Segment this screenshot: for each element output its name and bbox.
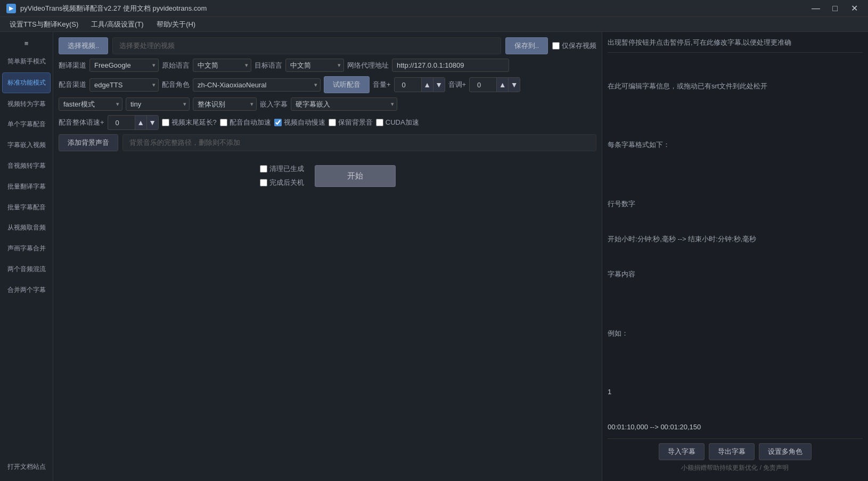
shutdown-checkbox[interactable] [260, 179, 267, 186]
sidebar-item-standard-mode[interactable]: 标准功能模式 [2, 72, 51, 93]
sidebar-menu-icon[interactable]: ≡ [0, 36, 53, 51]
auto-slow-label: 视频自动慢速 [284, 118, 325, 127]
keep-bg-checkbox[interactable] [329, 119, 336, 126]
model-select[interactable]: tiny base small medium large [126, 97, 190, 111]
sidebar-item-merge-sub[interactable]: 合并两个字幕 [2, 280, 51, 300]
menu-item-tools[interactable]: 工具/高级设置(T) [86, 18, 149, 31]
format-line-content: 字幕内容 [608, 268, 863, 280]
titlebar-controls: — □ ✕ [808, 3, 862, 14]
row-tts: 配音渠道 edgeTTS OpenAI TTS Azure TTS 配音角色 z… [59, 76, 596, 93]
cuda-checkbox[interactable] [376, 119, 383, 126]
volume-spinner: ▲ ▼ [394, 77, 445, 92]
subtitle-editor[interactable]: 在此可编辑字幕信息，或拖动已有srt文件到此处松开 每条字幕格式如下： 行号数字… [608, 57, 863, 439]
format-line-rownum: 行号数字 [608, 198, 863, 210]
auto-accelerate-wrap: 配音自动加速 [220, 118, 271, 127]
model-select-wrap: tiny base small medium large [126, 97, 190, 111]
format-example-title: 例如： [608, 328, 863, 339]
save-only-video-checkbox[interactable] [552, 42, 560, 50]
target-lang-label: 目标语言 [255, 61, 282, 70]
format-title: 每条字幕格式如下： [608, 139, 863, 151]
volume-input[interactable] [395, 79, 421, 91]
sidebar-item-simple-mode[interactable]: 简单新手模式 [2, 52, 51, 71]
cuda-label: CUDA加速 [386, 118, 419, 127]
role-label: 配音角色 [162, 80, 190, 89]
start-button[interactable]: 开始 [315, 165, 396, 187]
volume-down-button[interactable]: ▼ [433, 78, 445, 92]
role-select-wrap: zh-CN-XiaoxiaoNeural zh-CN-YunxiNeural z… [193, 78, 321, 92]
sidebar-item-mix-audio[interactable]: 两个音频混流 [2, 259, 51, 279]
auto-accelerate-checkbox[interactable] [220, 119, 227, 126]
channel-label: 翻译渠道 [59, 61, 86, 70]
target-lang-select[interactable]: 中文简 中文繁 英语 日语 [285, 59, 344, 72]
keep-bg-wrap: 保留背景音 [329, 118, 373, 127]
trial-button[interactable]: 试听配音 [324, 76, 370, 93]
start-checkboxes: 清理已生成 完成后关机 [260, 164, 304, 187]
right-panel-hint: 出现暂停按钮并点击暂停后,可在此修改字幕,以便处理更准确 [608, 37, 863, 53]
save-only-video-wrap: 仅保存视频 [552, 41, 596, 51]
clear-generated-wrap: 清理已生成 [260, 164, 304, 174]
extend-video-checkbox[interactable] [162, 119, 169, 126]
minimize-button[interactable]: — [808, 3, 823, 14]
volume-up-button[interactable]: ▲ [421, 78, 433, 92]
app-icon: ▶ [6, 4, 16, 13]
channel-select[interactable]: FreeGoogle DeepL OpenAI 百度翻译 [89, 59, 159, 72]
row-start: 清理已生成 完成后关机 开始 [59, 164, 596, 187]
export-subtitle-button[interactable]: 导出字幕 [709, 443, 755, 460]
source-lang-select-wrap: 中文简 中文繁 英语 日语 [193, 59, 251, 72]
speed-down-button[interactable]: ▼ [146, 116, 158, 129]
overall-speed-input[interactable] [108, 117, 135, 129]
row-speed: 配音整体语速+ ▲ ▼ 视频末尾延长? 配音自动加速 视频自动慢速 保留背景音 [59, 115, 596, 130]
row-translation: 翻译渠道 FreeGoogle DeepL OpenAI 百度翻译 原始语言 中… [59, 59, 596, 72]
menu-item-help[interactable]: 帮助/关于(H) [151, 18, 201, 31]
sidebar-item-video-to-sub[interactable]: 视频转为字幕 [2, 94, 51, 114]
sidebar: ≡ 简单新手模式 标准功能模式 视频转为字幕 单个字幕配音 字幕嵌入视频 音视频… [0, 32, 53, 481]
mode-select[interactable]: faster模式 标准模式 [59, 97, 122, 111]
auto-slow-checkbox[interactable] [274, 119, 282, 126]
sidebar-item-extract-audio[interactable]: 从视频取音频 [2, 218, 51, 238]
pitch-up-button[interactable]: ▲ [496, 78, 508, 92]
sidebar-item-batch-translate[interactable]: 批量翻译字幕 [2, 177, 51, 197]
maximize-button[interactable]: □ [828, 3, 842, 14]
sidebar-item-single-sub-dub[interactable]: 单个字幕配音 [2, 115, 51, 134]
speed-up-button[interactable]: ▲ [135, 116, 146, 129]
titlebar: ▶ pyVideoTrans视频翻译配音v2.27 使用文档 pyvideotr… [0, 0, 868, 17]
source-lang-select[interactable]: 中文简 中文繁 英语 日语 [193, 59, 251, 72]
add-bgm-button[interactable]: 添加背景声音 [59, 134, 118, 151]
clear-generated-checkbox[interactable] [260, 165, 267, 173]
shutdown-label: 完成后关机 [269, 178, 304, 187]
auto-accelerate-label: 配音自动加速 [230, 118, 271, 127]
sidebar-item-av-to-sub[interactable]: 音视频转字幕 [2, 156, 51, 176]
save-only-video-label: 仅保存视频 [562, 41, 596, 51]
embed-select[interactable]: 硬字幕嵌入 软字幕嵌入 不嵌入 [291, 97, 397, 111]
main-layout: ≡ 简单新手模式 标准功能模式 视频转为字幕 单个字幕配音 字幕嵌入视频 音视频… [0, 32, 868, 481]
sidebar-item-batch-dub[interactable]: 批量字幕配音 [2, 198, 51, 217]
clear-generated-label: 清理已生成 [269, 164, 304, 174]
close-button[interactable]: ✕ [847, 3, 862, 14]
select-video-button[interactable]: 选择视频.. [59, 37, 108, 54]
mode-select-wrap: faster模式 标准模式 [59, 97, 122, 111]
sidebar-footer[interactable]: 打开文档站点 [0, 457, 53, 477]
keep-bg-label: 保留背景音 [338, 118, 373, 127]
proxy-input[interactable] [392, 59, 509, 72]
import-subtitle-button[interactable]: 导入字幕 [659, 443, 705, 460]
set-role-button[interactable]: 设置多角色 [759, 443, 812, 460]
save-to-button[interactable]: 保存到.. [505, 37, 548, 54]
app-icon-text: ▶ [9, 5, 13, 11]
tts-select[interactable]: edgeTTS OpenAI TTS Azure TTS [89, 78, 159, 92]
titlebar-left: ▶ pyVideoTrans视频翻译配音v2.27 使用文档 pyvideotr… [6, 4, 207, 13]
role-select[interactable]: zh-CN-XiaoxiaoNeural zh-CN-YunxiNeural z… [193, 78, 321, 92]
shutdown-wrap: 完成后关机 [260, 178, 304, 187]
row-bgm: 添加背景声音 背景音乐的完整路径，删除则不添加 [59, 134, 596, 151]
sidebar-item-sub-embed[interactable]: 字幕嵌入视频 [2, 135, 51, 155]
format-line-time: 开始小时:分钟:秒,毫秒 --> 结束小时:分钟:秒,毫秒 [608, 233, 863, 245]
pitch-spinner: ▲ ▼ [469, 77, 520, 92]
sidebar-item-merge-av[interactable]: 声画字幕合并 [2, 239, 51, 258]
tts-select-wrap: edgeTTS OpenAI TTS Azure TTS [89, 78, 159, 92]
pitch-input[interactable] [470, 79, 496, 91]
recognition-select[interactable]: 整体识别 逐段识别 [193, 97, 257, 111]
menu-item-settings[interactable]: 设置TTS与翻译Key(S) [4, 18, 84, 31]
embed-select-wrap: 硬字幕嵌入 软字幕嵌入 不嵌入 [291, 97, 397, 111]
pitch-down-button[interactable]: ▼ [508, 78, 520, 92]
menubar: 设置TTS与翻译Key(S) 工具/高级设置(T) 帮助/关于(H) [0, 17, 868, 32]
overall-speed-label: 配音整体语速+ [59, 118, 104, 127]
